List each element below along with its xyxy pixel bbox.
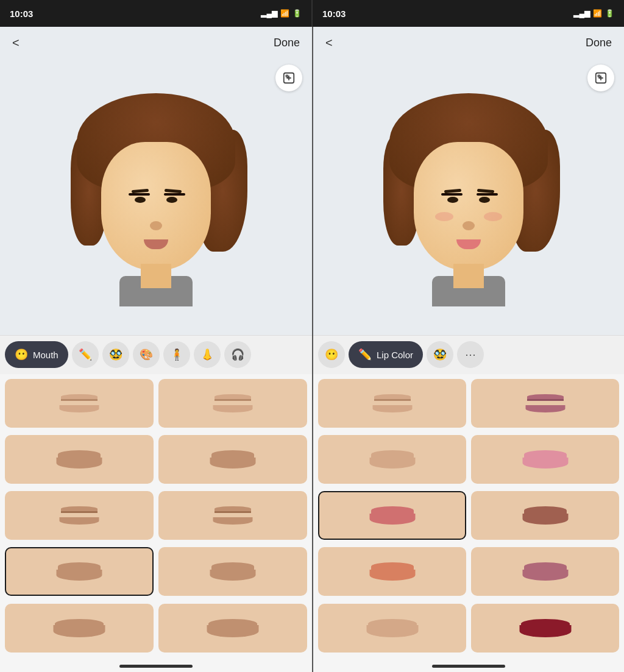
left-done-button[interactable]: Done xyxy=(274,37,300,49)
right-status-bar: 10:03 ▂▄▆ 📶 🔋 xyxy=(313,0,624,27)
lip-color-icon: ✏️ xyxy=(358,348,372,361)
svg-rect-3 xyxy=(598,75,601,78)
right-status-icons: ▂▄▆ 📶 🔋 xyxy=(573,9,614,18)
left-toolbar: 😶 Mouth ✏️ 🥸 🎨 🧍 👃 🎧 xyxy=(0,335,312,374)
mouth-tool-icon: 😶 xyxy=(15,348,28,361)
right-sticker-button[interactable] xyxy=(587,65,614,91)
right-nav-bar: < Done xyxy=(313,27,624,58)
lash-right xyxy=(164,193,185,196)
palette-tool-icon: 🎨 xyxy=(140,348,153,361)
eyebrow-left-r xyxy=(444,189,461,193)
person-tool-button[interactable]: 🧍 xyxy=(163,341,190,368)
nose xyxy=(150,221,162,230)
lip-color-option-7[interactable] xyxy=(318,547,466,596)
left-home-indicator xyxy=(0,660,312,672)
cheek-left xyxy=(435,212,453,221)
neck xyxy=(141,264,171,288)
wifi-icon: 📶 xyxy=(280,9,289,18)
mouth-option-7[interactable] xyxy=(5,547,154,596)
right-home-bar xyxy=(432,665,505,668)
face xyxy=(101,142,211,270)
lash-right-r xyxy=(477,193,498,196)
svg-rect-1 xyxy=(286,75,289,78)
nose-r xyxy=(463,221,475,230)
lip-color-option-1[interactable] xyxy=(318,379,466,428)
lash-left-r xyxy=(441,193,463,196)
left-avatar xyxy=(89,111,223,282)
pencil-tool-button[interactable]: ✏️ xyxy=(72,341,99,368)
mouth xyxy=(144,239,168,249)
mustache-tool-button[interactable]: 🥸 xyxy=(102,341,129,368)
eyebrow-right xyxy=(165,189,182,193)
lip-color-option-6[interactable] xyxy=(471,491,619,540)
mouth-option-3[interactable] xyxy=(5,435,154,484)
mouth-tool-button-r[interactable]: 😶 xyxy=(318,341,345,368)
lip-color-tool-button[interactable]: ✏️ Lip Color xyxy=(349,341,423,368)
mouth-icon-r: 😶 xyxy=(325,348,338,361)
right-time: 10:03 xyxy=(322,9,573,19)
ear-tool-icon: 🎧 xyxy=(231,348,244,361)
pencil-tool-icon: ✏️ xyxy=(79,348,92,361)
right-back-button[interactable]: < xyxy=(325,36,344,50)
signal-icon: ▂▄▆ xyxy=(261,9,277,18)
left-back-button[interactable]: < xyxy=(12,36,30,50)
mustache-tool-button-r[interactable]: 🥸 xyxy=(427,341,453,368)
mouth-option-2[interactable] xyxy=(158,379,307,428)
nose-tool-button[interactable]: 👃 xyxy=(194,341,221,368)
eye-left-r xyxy=(447,197,458,203)
left-panel: < Done xyxy=(0,27,312,672)
right-toolbar: 😶 ✏️ Lip Color 🥸 ⋯ xyxy=(313,335,624,374)
signal-icon-r: ▂▄▆ xyxy=(573,9,590,18)
right-panel: < Done xyxy=(312,27,624,672)
left-nav-bar: < Done xyxy=(0,27,312,58)
right-avatar xyxy=(402,111,536,282)
face-r xyxy=(414,142,523,270)
mustache-tool-icon: 🥸 xyxy=(109,348,122,361)
neck-r xyxy=(453,264,484,288)
mouth-tool-button[interactable]: 😶 Mouth xyxy=(5,341,68,368)
lip-color-option-9[interactable] xyxy=(318,604,466,653)
eyebrow-left xyxy=(132,189,149,193)
mouth-option-10[interactable] xyxy=(158,604,307,653)
lip-color-option-8[interactable] xyxy=(471,547,619,596)
person-tool-icon: 🧍 xyxy=(170,348,183,361)
left-status-bar: 10:03 ▂▄▆ 📶 🔋 xyxy=(0,0,311,27)
left-home-bar xyxy=(119,665,193,668)
mouth-option-6[interactable] xyxy=(158,491,307,540)
lip-color-option-4[interactable] xyxy=(471,435,619,484)
mouth-tool-label: Mouth xyxy=(33,350,58,360)
lash-left xyxy=(129,193,150,196)
lip-color-option-2[interactable] xyxy=(471,379,619,428)
lip-color-label: Lip Color xyxy=(377,350,413,360)
right-done-button[interactable]: Done xyxy=(586,37,612,49)
left-time: 10:03 xyxy=(10,9,261,19)
lip-color-option-10[interactable] xyxy=(471,604,619,653)
eye-left xyxy=(135,197,146,203)
right-options-grid xyxy=(313,374,624,660)
mouth-option-4[interactable] xyxy=(158,435,307,484)
palette-tool-button[interactable]: 🎨 xyxy=(133,341,160,368)
mouth-option-1[interactable] xyxy=(5,379,154,428)
mouth-option-5[interactable] xyxy=(5,491,154,540)
battery-icon-r: 🔋 xyxy=(605,9,614,18)
left-status-icons: ▂▄▆ 📶 🔋 xyxy=(261,9,302,18)
ear-tool-button[interactable]: 🎧 xyxy=(224,341,251,368)
battery-icon: 🔋 xyxy=(292,9,302,18)
left-options-grid xyxy=(0,374,312,660)
lip-color-option-5[interactable] xyxy=(318,491,466,540)
mouth-option-9[interactable] xyxy=(5,604,154,653)
mustache-icon-r: 🥸 xyxy=(433,348,447,361)
nose-tool-icon: 👃 xyxy=(200,348,214,361)
eyebrow-right-r xyxy=(477,189,494,193)
extra-tool-button[interactable]: ⋯ xyxy=(457,341,484,368)
wifi-icon-r: 📶 xyxy=(593,9,602,18)
eye-right xyxy=(166,197,177,203)
mouth-option-8[interactable] xyxy=(158,547,307,596)
mouth-r xyxy=(456,239,481,249)
extra-icon: ⋯ xyxy=(465,348,476,361)
right-avatar-preview xyxy=(313,58,624,335)
left-sticker-button[interactable] xyxy=(275,65,302,91)
left-avatar-preview xyxy=(0,58,312,335)
lip-color-option-3[interactable] xyxy=(318,435,466,484)
eye-right-r xyxy=(479,197,490,203)
